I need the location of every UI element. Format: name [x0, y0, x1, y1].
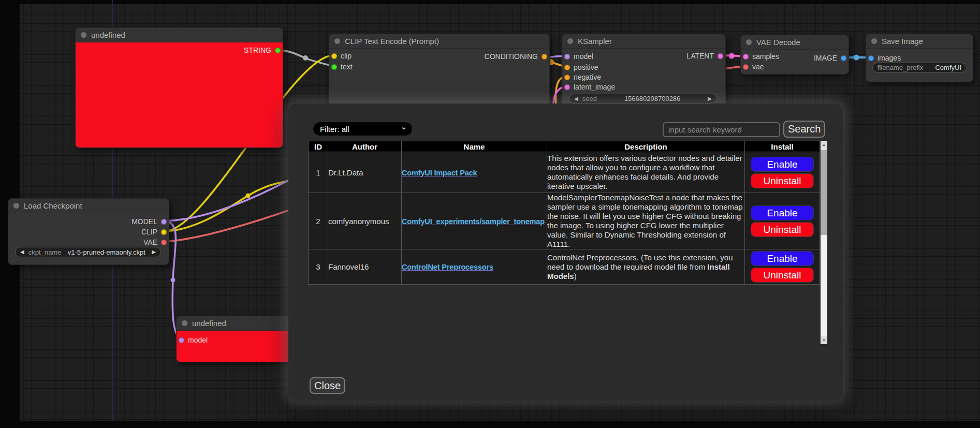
filename-prefix-widget[interactable]: filename_prefix ComfyUI [872, 63, 967, 72]
output-port-icon[interactable] [161, 240, 167, 245]
decrement-arrow-icon[interactable]: ◀ [574, 96, 578, 101]
output-port-icon[interactable] [161, 219, 167, 225]
increment-arrow-icon[interactable]: ▶ [152, 249, 156, 255]
enable-button[interactable]: Enable [751, 251, 814, 266]
reroute-dot[interactable] [171, 278, 175, 283]
input-port-icon[interactable] [564, 65, 570, 70]
enable-button[interactable]: Enable [751, 157, 814, 172]
node-undefined-top[interactable]: undefined STRING [75, 27, 283, 148]
column-header: Author [328, 141, 402, 152]
input-port-icon[interactable] [743, 54, 749, 60]
comfyui-canvas[interactable]: undefined STRING CLIP Text Encode (Promp… [0, 0, 980, 428]
extensions-table: ID Author Name Description Install 1 Dr.… [308, 141, 820, 285]
output-port-icon[interactable] [542, 54, 547, 60]
input-port-icon[interactable] [564, 54, 570, 60]
reroute-dot[interactable] [246, 194, 251, 198]
node-title: CLIP Text Encode (Prompt) [345, 37, 439, 46]
manager-dialog: Filter: all ⌄ Search ID Author Name Desc… [288, 104, 843, 401]
extensions-table-container: ID Author Name Description Install 1 Dr.… [308, 141, 827, 344]
collapse-dot-icon[interactable] [871, 38, 877, 44]
increment-arrow-icon[interactable]: ▶ [708, 96, 712, 101]
cell-install: Enable Uninstall [745, 249, 820, 285]
table-row: 1 Dr.Lt.Data ComfyUI Impact Pack This ex… [309, 152, 820, 193]
node-title: VAE Decode [756, 38, 800, 47]
output-port-icon[interactable] [718, 53, 723, 59]
cell-id: 2 [309, 193, 328, 249]
error-node-body [76, 42, 283, 147]
node-title: undefined [91, 31, 125, 39]
collapse-dot-icon[interactable] [81, 32, 86, 38]
cell-install: Enable Uninstall [745, 152, 820, 193]
uninstall-button[interactable]: Uninstall [751, 268, 814, 283]
scroll-up-icon[interactable]: ▲ [821, 141, 827, 149]
table-row: 3 Fannovel16 ControlNet Preprocessors Co… [309, 249, 820, 285]
ckpt-name-widget[interactable]: ◀ ckpt_name v1-5-pruned-emaonly.ckpt ▶ [15, 247, 161, 257]
node-load-checkpoint[interactable]: Load Checkpoint MODEL CLIP VAE ◀ ckpt_na… [8, 198, 169, 265]
reroute-dot[interactable] [303, 55, 308, 61]
close-button[interactable]: Close [310, 377, 345, 394]
scrollbar-thumb[interactable] [821, 150, 827, 235]
extension-link[interactable]: ComfyUI Impact Pack [402, 169, 477, 177]
enable-button[interactable]: Enable [751, 205, 814, 220]
search-input[interactable] [663, 122, 780, 137]
input-port-icon[interactable] [868, 55, 874, 61]
output-port-icon[interactable] [161, 229, 167, 235]
column-header: ID [309, 141, 328, 152]
collapse-dot-icon[interactable] [746, 39, 752, 45]
node-title: Save Image [882, 37, 923, 46]
decrement-arrow-icon[interactable]: ◀ [20, 249, 24, 255]
table-row: 2 comfyanonymous ComfyUI_experiments/sam… [309, 193, 820, 249]
uninstall-button[interactable]: Uninstall [751, 222, 814, 237]
column-header: Description [547, 141, 745, 152]
cell-author: Dr.Lt.Data [328, 152, 402, 193]
node-title: undefined [192, 319, 226, 328]
collapse-dot-icon[interactable] [334, 38, 340, 44]
input-port-icon[interactable] [564, 75, 570, 80]
column-header: Install [745, 141, 820, 152]
cell-author: Fannovel16 [328, 249, 402, 285]
extension-link[interactable]: ControlNet Preprocessors [402, 263, 493, 271]
input-port-icon[interactable] [564, 84, 570, 90]
canvas-edge-bottom [0, 421, 980, 428]
output-port-icon[interactable] [841, 55, 846, 61]
input-port-icon[interactable] [179, 337, 184, 343]
input-port-icon[interactable] [331, 64, 337, 70]
node-title: KSampler [578, 37, 612, 46]
node-undefined-bottom[interactable]: undefined model [176, 316, 295, 362]
input-port-icon[interactable] [331, 53, 337, 59]
extension-link[interactable]: ComfyUI_experiments/sampler_tonemap [402, 217, 545, 226]
node-save-image[interactable]: Save Image images filename_prefix ComfyU… [866, 34, 973, 82]
cell-id: 3 [309, 249, 328, 285]
search-button[interactable]: Search [783, 121, 825, 138]
reroute-dot[interactable] [729, 53, 735, 59]
cell-author: comfyanonymous [328, 193, 402, 249]
table-scrollbar[interactable]: ▲ ▼ [821, 141, 827, 344]
filter-select[interactable]: Filter: all [313, 122, 413, 136]
input-port-icon[interactable] [743, 64, 749, 70]
reroute-dot[interactable] [854, 55, 859, 61]
node-title: Load Checkpoint [24, 201, 82, 210]
scroll-down-icon[interactable]: ▼ [821, 336, 827, 344]
collapse-dot-icon[interactable] [13, 203, 19, 209]
collapse-dot-icon[interactable] [567, 38, 573, 44]
seed-widget[interactable]: ◀ seed 156680208700286 ▶ [569, 94, 717, 104]
cell-description: ControlNet Preprocessors. (To use this e… [547, 249, 745, 285]
cell-id: 1 [309, 152, 328, 193]
cell-install: Enable Uninstall [745, 193, 820, 249]
cell-description: This extension offers various detector n… [547, 152, 745, 193]
node-vae-decode[interactable]: VAE Decode samples vae IMAGE [740, 35, 849, 75]
uninstall-button[interactable]: Uninstall [751, 173, 814, 188]
table-header-row: ID Author Name Description Install [309, 141, 820, 152]
output-port-icon[interactable] [275, 48, 281, 53]
column-header: Name [402, 141, 547, 152]
collapse-dot-icon[interactable] [182, 320, 187, 326]
cell-description: ModelSamplerTonemapNoiseTest a node that… [547, 193, 745, 249]
